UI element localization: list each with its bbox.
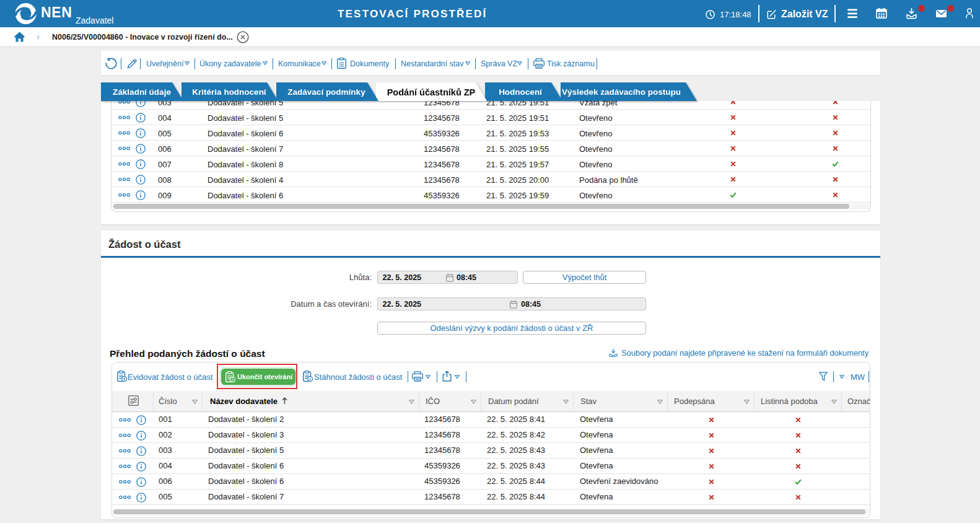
svg-text:Kritéria hodnocení: Kritéria hodnocení bbox=[192, 87, 267, 97]
svg-text:Základní údaje: Základní údaje bbox=[113, 87, 171, 97]
svg-text:Výsledek zadávacího postupu: Výsledek zadávacího postupu bbox=[562, 87, 681, 97]
svg-text:Zadávací podmínky: Zadávací podmínky bbox=[287, 87, 365, 97]
svg-text:Podání účastníků ZP: Podání účastníků ZP bbox=[387, 87, 476, 97]
svg-text:Hodnocení: Hodnocení bbox=[499, 87, 543, 97]
